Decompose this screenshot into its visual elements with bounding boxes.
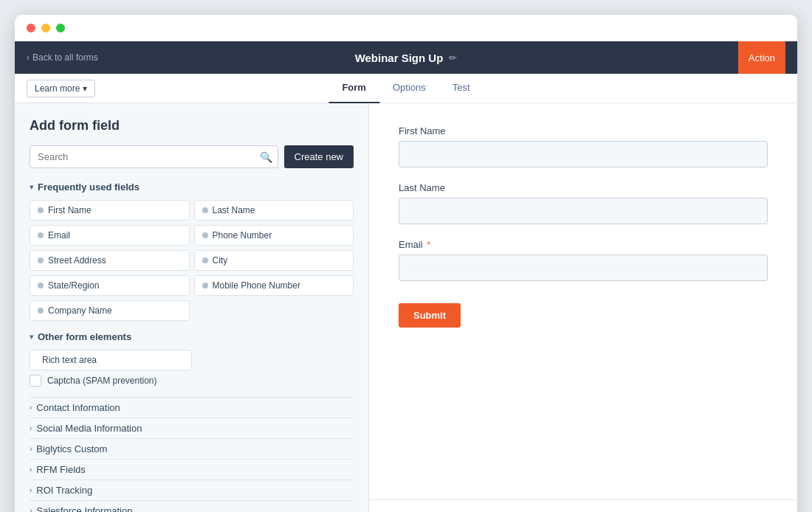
page-title: Webinar Sign Up — [355, 52, 444, 64]
last-name-input[interactable] — [399, 198, 768, 224]
chip-dot-icon — [202, 283, 208, 288]
frequently-used-fields-grid: First Name Last Name Email Phone Number — [30, 200, 354, 321]
create-new-button[interactable]: Create new — [284, 145, 354, 168]
other-form-elements-label: Other form elements — [38, 331, 131, 342]
frequently-used-section-header[interactable]: ▾ Frequently used fields — [30, 181, 354, 193]
field-chip-email[interactable]: Email — [30, 225, 190, 246]
email-label: Email * — [399, 239, 768, 250]
category-biglytics-custom[interactable]: › Biglytics Custom — [30, 438, 354, 459]
category-rfm-fields[interactable]: › RFM Fields — [30, 459, 354, 480]
tab-test[interactable]: Test — [439, 74, 484, 103]
category-chevron-icon: › — [30, 486, 32, 494]
submit-button[interactable]: Submit — [399, 303, 461, 328]
first-name-input[interactable] — [399, 141, 768, 167]
form-field-last-name: Last Name — [399, 182, 768, 224]
search-icon-button[interactable]: 🔍 — [260, 151, 272, 163]
panel-title: Add form field — [30, 118, 354, 134]
search-input[interactable] — [30, 145, 278, 168]
back-chevron-icon: ‹ — [27, 52, 30, 63]
top-nav: ‹ Back to all forms Webinar Sign Up ✏ Ac… — [15, 41, 797, 74]
chip-dot-icon — [202, 207, 208, 213]
first-name-label: First Name — [399, 125, 768, 136]
back-label: Back to all forms — [32, 52, 98, 63]
learn-more-chevron-icon: ▾ — [83, 83, 87, 94]
queued-progressive-fields[interactable]: › Queued progressive fields (0) — [369, 499, 797, 512]
field-chip-state-region[interactable]: State/Region — [30, 275, 190, 296]
tab-options[interactable]: Options — [379, 74, 439, 103]
last-name-label: Last Name — [399, 182, 768, 193]
traffic-light-green[interactable] — [56, 24, 65, 32]
field-chip-first-name[interactable]: First Name — [30, 200, 190, 221]
email-input[interactable] — [399, 255, 768, 281]
other-form-elements-section-header[interactable]: ▾ Other form elements — [30, 331, 354, 342]
field-chip-street-address[interactable]: Street Address — [30, 250, 190, 271]
captcha-label: Captcha (SPAM prevention) — [47, 376, 157, 386]
category-chevron-icon: › — [30, 466, 32, 474]
traffic-light-yellow[interactable] — [41, 24, 50, 32]
captcha-row: Captcha (SPAM prevention) — [30, 375, 354, 387]
app-window: ‹ Back to all forms Webinar Sign Up ✏ Ac… — [15, 15, 797, 512]
form-field-first-name: First Name — [399, 125, 768, 167]
top-nav-right: Action — [738, 41, 785, 74]
chip-dot-icon — [38, 308, 44, 314]
title-bar — [15, 15, 797, 41]
category-chevron-icon: › — [30, 445, 32, 453]
field-chip-last-name[interactable]: Last Name — [194, 200, 354, 221]
chip-dot-icon — [38, 257, 44, 263]
learn-more-label: Learn more — [35, 83, 80, 94]
required-indicator: * — [427, 239, 430, 250]
categories-list: › Contact Information › Social Media Inf… — [30, 397, 354, 512]
tab-form[interactable]: Form — [328, 74, 379, 103]
category-chevron-icon: › — [30, 404, 32, 412]
action-button[interactable]: Action — [738, 41, 785, 74]
form-preview: First Name Last Name Email * — [369, 103, 797, 499]
category-chevron-icon: › — [30, 507, 32, 512]
frequently-used-chevron-icon: ▾ — [30, 183, 33, 191]
chip-dot-icon — [38, 207, 44, 213]
chip-dot-icon — [202, 232, 208, 238]
chip-dot-icon — [38, 232, 44, 238]
other-elements-chevron-icon: ▾ — [30, 333, 33, 341]
traffic-light-red[interactable] — [27, 24, 35, 32]
back-button[interactable]: ‹ Back to all forms — [27, 52, 98, 63]
search-icon: 🔍 — [260, 151, 272, 163]
field-chip-phone-number[interactable]: Phone Number — [194, 225, 354, 246]
frequently-used-label: Frequently used fields — [38, 181, 140, 193]
left-panel: Add form field 🔍 Create new ▾ Frequently… — [15, 103, 369, 512]
chip-dot-icon — [202, 257, 208, 263]
right-panel: First Name Last Name Email * — [369, 103, 797, 512]
category-roi-tracking[interactable]: › ROI Tracking — [30, 480, 354, 500]
sub-nav: Learn more ▾ Form Options Test — [15, 74, 797, 103]
learn-more-button[interactable]: Learn more ▾ — [27, 80, 95, 97]
chip-dot-icon — [38, 283, 44, 288]
field-chip-city[interactable]: City — [194, 250, 354, 271]
field-chip-company-name[interactable]: Company Name — [30, 300, 190, 321]
category-social-media[interactable]: › Social Media Information — [30, 418, 354, 438]
rich-text-area-chip[interactable]: Rich text area — [30, 350, 192, 370]
form-field-email: Email * — [399, 239, 768, 281]
tabs-container: Form Options Test — [328, 74, 483, 103]
field-chip-mobile-phone[interactable]: Mobile Phone Number — [194, 275, 354, 296]
category-contact-information[interactable]: › Contact Information — [30, 397, 354, 418]
search-input-wrap: 🔍 — [30, 145, 278, 168]
category-salesforce-information[interactable]: › Salesforce Information — [30, 500, 354, 512]
captcha-checkbox[interactable] — [30, 375, 41, 387]
main-content: Add form field 🔍 Create new ▾ Frequently… — [15, 103, 797, 512]
page-title-area: Webinar Sign Up ✏ — [355, 52, 458, 64]
category-chevron-icon: › — [30, 424, 32, 432]
edit-icon[interactable]: ✏ — [449, 52, 457, 63]
search-row: 🔍 Create new — [30, 145, 354, 168]
